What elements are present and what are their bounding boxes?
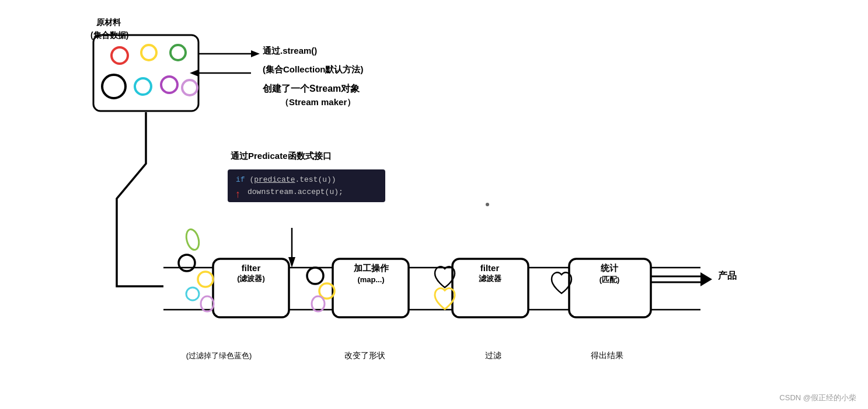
changed-shape-label: 改变了形状 <box>318 351 412 361</box>
stream-method-label: 通过.stream() <box>263 46 317 57</box>
predicate-label: 通过Predicate函数式接口 <box>231 151 332 162</box>
watermark: CSDN @假正经的小柴 <box>779 393 856 403</box>
code-line2: ↑ downstream.accept(u); <box>236 188 377 196</box>
svg-marker-22 <box>700 272 712 286</box>
filter-box2-label: filter滤波器 <box>457 263 522 284</box>
svg-point-31 <box>486 203 489 206</box>
svg-point-25 <box>198 272 213 287</box>
filtered-label: 过滤 <box>461 351 525 361</box>
code-block: if (predicate.test(u)) ↑ downstream.acce… <box>228 169 385 202</box>
filter-removed-label: (过滤掉了绿色蓝色) <box>166 351 271 361</box>
svg-point-23 <box>184 228 201 251</box>
stats-box-label: 统计(匹配) <box>574 263 645 285</box>
stream-maker-label: （Stream maker） <box>280 97 355 108</box>
svg-marker-9 <box>251 50 260 57</box>
collection-default-label: (集合Collection默认方法) <box>263 64 364 75</box>
filter-box1-label: filter(滤波器) <box>219 263 283 284</box>
svg-point-26 <box>186 287 199 300</box>
code-line1: if (predicate.test(u)) <box>236 175 377 184</box>
collection-data-label: (集合数据) <box>90 30 128 41</box>
raw-material-label: 原材料 <box>96 18 121 28</box>
create-stream-label: 创建了一个Stream对象 <box>263 83 360 95</box>
process-box-label: 加工操作(map...) <box>337 263 405 284</box>
result-label: 得出结果 <box>569 351 645 361</box>
svg-point-28 <box>307 268 323 284</box>
svg-point-24 <box>179 255 195 271</box>
main-diagram-svg <box>0 0 868 409</box>
diagram: 原材料 (集合数据) 通过.stream() (集合Collection默认方法… <box>0 0 868 409</box>
product-label: 产品 <box>718 270 737 282</box>
